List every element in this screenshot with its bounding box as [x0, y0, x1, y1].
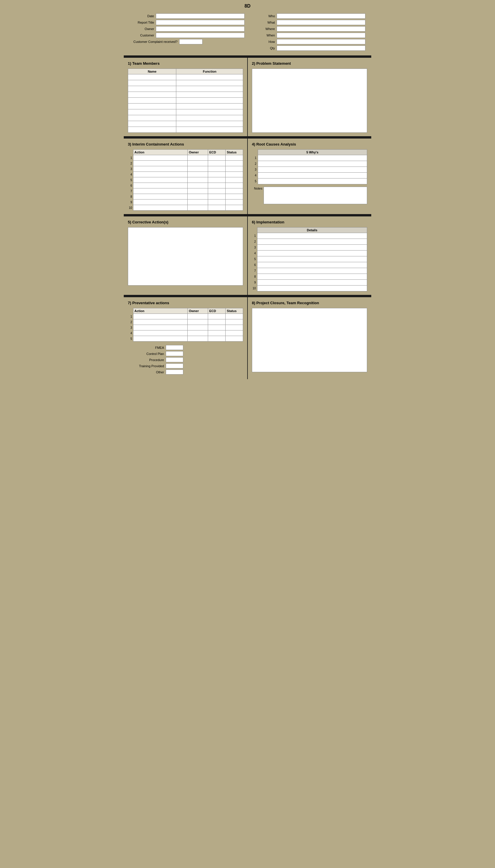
- interim-ecd-cell[interactable]: [208, 189, 226, 194]
- prev-status-cell[interactable]: [226, 319, 243, 325]
- prev-owner-cell[interactable]: [188, 336, 208, 341]
- why-cell-1[interactable]: [258, 155, 367, 161]
- prev-action-cell[interactable]: [133, 319, 188, 325]
- prev-owner-cell[interactable]: [188, 331, 208, 336]
- team-function-cell[interactable]: [176, 86, 243, 92]
- prev-ecd-cell[interactable]: [208, 331, 226, 336]
- impl-cell[interactable]: [257, 233, 367, 239]
- why-cell-3[interactable]: [258, 167, 367, 173]
- impl-cell[interactable]: [257, 256, 367, 262]
- owner-input[interactable]: [156, 26, 244, 32]
- interim-status-cell[interactable]: [226, 183, 243, 189]
- team-function-cell[interactable]: [176, 80, 243, 86]
- prev-owner-cell[interactable]: [188, 319, 208, 325]
- problem-statement-box[interactable]: [252, 69, 367, 133]
- report-title-input[interactable]: [156, 20, 244, 25]
- interim-action-cell[interactable]: [133, 199, 188, 205]
- prev-ecd-cell[interactable]: [208, 336, 226, 341]
- interim-ecd-cell[interactable]: [208, 194, 226, 199]
- prev-ecd-cell[interactable]: [208, 325, 226, 331]
- team-function-cell[interactable]: [176, 104, 243, 109]
- interim-ecd-cell[interactable]: [208, 166, 226, 172]
- prev-status-cell[interactable]: [226, 325, 243, 331]
- impl-cell[interactable]: [257, 245, 367, 250]
- team-name-cell[interactable]: [128, 109, 176, 115]
- team-name-cell[interactable]: [128, 104, 176, 109]
- impl-cell[interactable]: [257, 268, 367, 274]
- interim-action-cell[interactable]: [133, 161, 188, 166]
- team-name-cell[interactable]: [128, 121, 176, 127]
- interim-action-cell[interactable]: [133, 183, 188, 189]
- team-function-cell[interactable]: [176, 92, 243, 98]
- interim-status-cell[interactable]: [226, 205, 243, 211]
- team-function-cell[interactable]: [176, 98, 243, 104]
- other-input[interactable]: [166, 370, 183, 374]
- interim-status-cell[interactable]: [226, 155, 243, 161]
- interim-owner-cell[interactable]: [188, 177, 208, 183]
- how-input[interactable]: [277, 39, 365, 44]
- team-function-cell[interactable]: [176, 115, 243, 121]
- interim-owner-cell[interactable]: [188, 199, 208, 205]
- prev-status-cell[interactable]: [226, 331, 243, 336]
- team-name-cell[interactable]: [128, 127, 176, 133]
- interim-ecd-cell[interactable]: [208, 177, 226, 183]
- prev-owner-cell[interactable]: [188, 314, 208, 319]
- procedure-input[interactable]: [166, 357, 183, 362]
- team-name-cell[interactable]: [128, 98, 176, 104]
- fmea-input[interactable]: [166, 345, 183, 350]
- notes-box[interactable]: [263, 187, 367, 204]
- interim-owner-cell[interactable]: [188, 205, 208, 211]
- interim-ecd-cell[interactable]: [208, 205, 226, 211]
- interim-action-cell[interactable]: [133, 166, 188, 172]
- prev-action-cell[interactable]: [133, 325, 188, 331]
- interim-ecd-cell[interactable]: [208, 161, 226, 166]
- impl-cell[interactable]: [257, 274, 367, 280]
- team-name-cell[interactable]: [128, 115, 176, 121]
- corrective-actions-box[interactable]: [128, 227, 243, 286]
- interim-status-cell[interactable]: [226, 177, 243, 183]
- who-input[interactable]: [277, 13, 365, 19]
- interim-action-cell[interactable]: [133, 177, 188, 183]
- interim-status-cell[interactable]: [226, 166, 243, 172]
- impl-cell[interactable]: [257, 286, 367, 291]
- interim-action-cell[interactable]: [133, 194, 188, 199]
- training-input[interactable]: [166, 364, 183, 368]
- prev-owner-cell[interactable]: [188, 325, 208, 331]
- impl-cell[interactable]: [257, 250, 367, 256]
- when-input[interactable]: [277, 33, 365, 38]
- team-function-cell[interactable]: [176, 121, 243, 127]
- qty-input[interactable]: [277, 46, 365, 51]
- prev-ecd-cell[interactable]: [208, 314, 226, 319]
- team-name-cell[interactable]: [128, 92, 176, 98]
- impl-cell[interactable]: [257, 280, 367, 286]
- interim-owner-cell[interactable]: [188, 161, 208, 166]
- what-input[interactable]: [277, 20, 365, 25]
- interim-owner-cell[interactable]: [188, 194, 208, 199]
- interim-ecd-cell[interactable]: [208, 199, 226, 205]
- impl-cell[interactable]: [257, 262, 367, 268]
- team-function-cell[interactable]: [176, 127, 243, 133]
- complaint-input[interactable]: [179, 39, 203, 44]
- interim-status-cell[interactable]: [226, 161, 243, 166]
- interim-ecd-cell[interactable]: [208, 172, 226, 177]
- impl-cell[interactable]: [257, 239, 367, 245]
- interim-action-cell[interactable]: [133, 172, 188, 177]
- interim-owner-cell[interactable]: [188, 172, 208, 177]
- interim-status-cell[interactable]: [226, 189, 243, 194]
- interim-status-cell[interactable]: [226, 199, 243, 205]
- interim-ecd-cell[interactable]: [208, 183, 226, 189]
- control-plan-input[interactable]: [166, 351, 183, 356]
- prev-status-cell[interactable]: [226, 314, 243, 319]
- interim-owner-cell[interactable]: [188, 155, 208, 161]
- team-name-cell[interactable]: [128, 80, 176, 86]
- interim-status-cell[interactable]: [226, 172, 243, 177]
- where-input[interactable]: [277, 26, 365, 32]
- prev-action-cell[interactable]: [133, 331, 188, 336]
- interim-owner-cell[interactable]: [188, 166, 208, 172]
- customer-input[interactable]: [156, 33, 244, 38]
- team-name-cell[interactable]: [128, 86, 176, 92]
- prev-action-cell[interactable]: [133, 336, 188, 341]
- project-closure-box[interactable]: [252, 308, 367, 372]
- interim-status-cell[interactable]: [226, 194, 243, 199]
- interim-action-cell[interactable]: [133, 189, 188, 194]
